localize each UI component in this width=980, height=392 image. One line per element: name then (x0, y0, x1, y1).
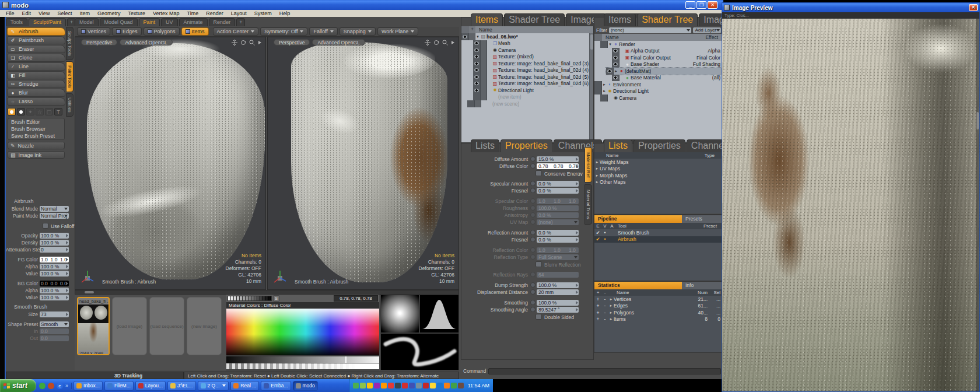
item-row[interactable]: (new item) (473, 94, 593, 101)
menu-item[interactable]: Item (79, 10, 90, 16)
item-row[interactable]: ▨ Texture: Image: head_bake_final_02d (4… (473, 67, 593, 74)
paint-tool-button[interactable]: ✐ Paintbrush (7, 36, 65, 44)
tray-icon[interactable] (409, 383, 415, 388)
menu-item[interactable]: Layout (231, 10, 247, 16)
channel-dot-icon[interactable] (530, 282, 536, 288)
image-thumbnail-selected[interactable]: head_bake_fi ... 2048 x 2048, ... (77, 297, 110, 355)
property-field[interactable]: 100.0 % (537, 300, 579, 306)
brush-tip-option[interactable]: ☆ (36, 108, 44, 116)
menu-item[interactable]: Geometry (97, 10, 121, 16)
property-field[interactable]: 100.0 % (40, 295, 69, 300)
visibility-cell[interactable] (606, 68, 614, 75)
quick-launch-icon[interactable] (39, 383, 46, 389)
layout-tab[interactable]: Model Quad (100, 18, 138, 26)
property-field[interactable]: 0 (40, 247, 69, 253)
expand-arrow-icon[interactable]: ► (594, 160, 600, 164)
layout-tab[interactable]: Tools (6, 18, 27, 26)
channel-dot-icon[interactable] (530, 289, 536, 295)
panel-tab[interactable]: Properties (501, 139, 552, 152)
visibility-cell[interactable] (600, 41, 608, 48)
property-field[interactable]: 1.0 1.0 1.0 (537, 198, 579, 204)
property-field[interactable]: 0.0 % (537, 212, 579, 218)
toolbar-dropdown[interactable]: Action Center (213, 27, 259, 36)
tray-icon[interactable] (367, 383, 373, 388)
brush-command[interactable]: Brush Browser (8, 125, 64, 132)
layer-effect[interactable]: Full Shading (693, 61, 720, 67)
channel-dot-icon[interactable] (530, 188, 536, 193)
map-group-row[interactable]: ► UV Maps (594, 166, 723, 173)
shader-layer-row[interactable]: ► ◐ Environment (594, 81, 723, 88)
tray-icon[interactable] (451, 383, 457, 388)
brush-tip-soft[interactable] (8, 108, 16, 116)
property-field[interactable]: Normal Proj ... (40, 213, 69, 219)
property-field[interactable]: 20 mm (537, 289, 579, 295)
image-slot-button[interactable]: (load sequence) (149, 297, 184, 355)
items-scrollbar[interactable] (589, 33, 593, 142)
shader-layer-row[interactable]: ◉ Camera (600, 94, 723, 102)
property-field[interactable]: 0.0 0.0 0.0 (40, 281, 69, 286)
visibility-cell[interactable] (473, 60, 481, 67)
expand-arrow-icon[interactable]: ► (602, 89, 607, 93)
stone-mesh-left[interactable] (87, 43, 265, 279)
layer-effect[interactable]: Final Color (696, 55, 720, 61)
panel-tab[interactable]: Properties (634, 139, 685, 152)
expand-arrow-icon[interactable]: ► (602, 83, 607, 86)
layout-tab[interactable]: UV (161, 18, 178, 26)
property-field[interactable]: 1.0 1.0 1.0 (40, 257, 69, 262)
value-gradient-bar[interactable] (226, 355, 379, 363)
shader-layer-row[interactable]: ● Base Shader Full Shading (612, 61, 723, 68)
presets-tab[interactable]: Presets (682, 215, 723, 223)
collapse-minus[interactable]: - (601, 310, 608, 316)
expand-arrow-icon[interactable]: ► (608, 317, 614, 321)
view-type-pill[interactable]: Perspective (274, 39, 310, 46)
channel-dot-icon[interactable] (530, 237, 536, 242)
channel-dot-icon[interactable] (530, 230, 536, 235)
tray-icon[interactable] (381, 383, 387, 388)
hue-value-gradient[interactable] (226, 309, 379, 355)
tray-icon[interactable] (423, 383, 429, 388)
property-field[interactable]: 0.0 % (537, 237, 579, 243)
tray-icon[interactable] (402, 383, 408, 388)
tray-icon[interactable] (353, 383, 359, 388)
panel-tab[interactable]: Shader Tree (637, 13, 698, 26)
visibility-cell[interactable] (473, 67, 481, 74)
panel-tab[interactable]: Shader Tree (504, 13, 565, 26)
property-field[interactable]: 64 (537, 272, 579, 278)
statistics-row[interactable]: + - ► Items 8 0 (594, 316, 723, 323)
toolbar-dropdown[interactable]: Symmetry: Off (260, 27, 307, 36)
quick-launch-overflow[interactable]: » (65, 383, 68, 388)
pan-icon[interactable] (232, 40, 237, 46)
map-group-row[interactable]: ► Weight Maps (594, 159, 723, 166)
shader-layer-row[interactable]: ► ● (defaultMat) (606, 68, 723, 75)
item-row[interactable]: ▨ Texture: Image: head_bake_final_02d (6… (473, 80, 593, 88)
channel-dot-icon[interactable] (530, 156, 536, 162)
brush-command[interactable]: Save Brush Preset (8, 132, 64, 139)
shader-layer-row[interactable]: ▼ ● Render (600, 41, 723, 48)
tray-icon[interactable] (388, 383, 394, 388)
tool-category-tab[interactable]: Sculpt Tools (66, 27, 74, 60)
pipeline-title[interactable]: Pipeline (594, 215, 682, 223)
taskbar-window-button[interactable]: 2 Q... (198, 381, 229, 391)
expand-arrow-icon[interactable]: ▼ (475, 35, 480, 38)
property-field[interactable]: 0.0 (40, 328, 69, 334)
menu-item[interactable]: System (254, 10, 272, 16)
taskbar-window-button[interactable]: J:\EL... (167, 381, 195, 391)
layout-tab[interactable]: + (236, 18, 245, 26)
map-group-row[interactable]: ► Other Maps (594, 179, 723, 186)
paint-tool-button[interactable]: ● Blur (7, 89, 65, 97)
material-side-tab[interactable]: Material Ref (584, 147, 592, 183)
filter-dropdown[interactable]: (none) (609, 27, 691, 33)
toolbar-dropdown[interactable]: Falloff (309, 27, 337, 36)
channel-dot-icon[interactable] (530, 307, 536, 312)
paint-tool-button[interactable]: ◧ Fill (7, 71, 65, 79)
visibility-cell[interactable] (473, 74, 481, 80)
property-field[interactable]: 1.0 1.0 1.0 (537, 247, 579, 253)
property-field[interactable]: 0.0 (40, 335, 69, 341)
enabled-check[interactable]: ✔ (594, 236, 601, 242)
slider-handle[interactable] (85, 291, 94, 293)
statistics-row[interactable]: + - ► Edges 61... ... (594, 303, 723, 310)
tray-icon[interactable] (360, 383, 366, 388)
tray-icon[interactable] (395, 383, 401, 388)
expand-plus[interactable]: + (594, 316, 601, 322)
property-field[interactable]: 0.0 % (537, 188, 579, 194)
